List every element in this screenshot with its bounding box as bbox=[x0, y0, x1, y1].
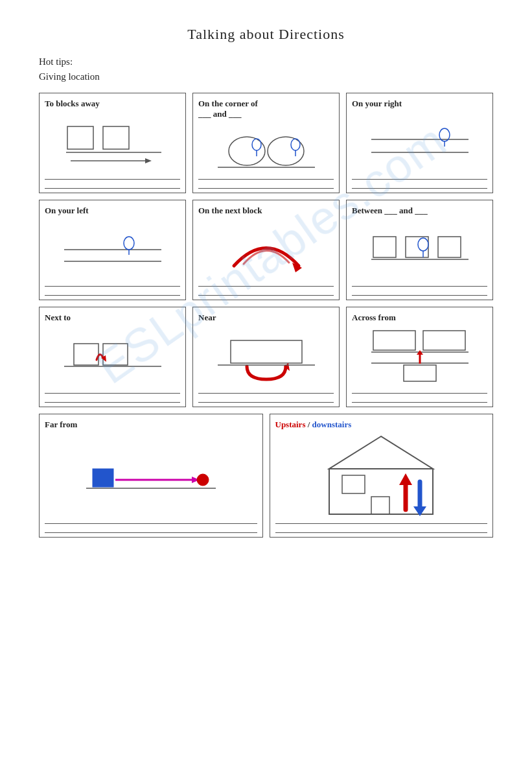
card-on-the-corner: On the corner of___ and ___ bbox=[192, 93, 340, 193]
card-on-your-left: On your left bbox=[39, 200, 186, 300]
bottom-grid: Far from Upstairs / downstairs bbox=[39, 414, 493, 538]
card-lines-between-and bbox=[352, 280, 487, 296]
card-lines-on-your-left bbox=[45, 280, 180, 296]
svg-point-9 bbox=[291, 139, 300, 150]
card-title-near: Near bbox=[198, 313, 334, 323]
card-upstairs-downstairs: Upstairs / downstairs bbox=[270, 414, 494, 538]
card-next-to: Next to bbox=[39, 307, 186, 407]
illustration-between-and bbox=[352, 219, 487, 280]
card-lines-upstairs-downstairs bbox=[275, 517, 488, 533]
card-lines-on-your-right bbox=[352, 173, 487, 189]
svg-rect-31 bbox=[231, 340, 302, 363]
card-lines-to-blocks-away bbox=[45, 173, 180, 189]
card-lines-across-from bbox=[352, 387, 487, 403]
card-title-next-to: Next to bbox=[45, 313, 180, 323]
svg-rect-48 bbox=[342, 475, 365, 493]
card-title-far-from: Far from bbox=[45, 420, 257, 430]
card-far-from: Far from bbox=[39, 414, 263, 538]
svg-marker-4 bbox=[145, 158, 152, 163]
illustration-to-blocks-away bbox=[45, 112, 180, 173]
illustration-far-from bbox=[45, 433, 257, 517]
card-between-and: Between ___ and ___ bbox=[346, 200, 493, 300]
illustration-across-from bbox=[352, 326, 487, 387]
card-lines-far-from bbox=[45, 517, 257, 533]
card-title-between-and: Between ___ and ___ bbox=[352, 206, 487, 216]
svg-rect-27 bbox=[74, 344, 98, 365]
hot-tips: Hot tips: Giving location bbox=[39, 54, 493, 84]
svg-point-25 bbox=[418, 238, 428, 251]
svg-rect-28 bbox=[103, 344, 128, 365]
svg-rect-23 bbox=[438, 237, 461, 257]
svg-point-7 bbox=[252, 139, 261, 150]
svg-marker-46 bbox=[329, 436, 433, 469]
card-across-from: Across from bbox=[346, 307, 493, 407]
svg-rect-35 bbox=[423, 331, 465, 350]
svg-rect-41 bbox=[93, 469, 113, 487]
title-slash: / bbox=[308, 420, 312, 429]
card-lines-on-the-corner bbox=[198, 173, 334, 189]
svg-point-6 bbox=[268, 137, 304, 165]
illustration-on-the-next-block bbox=[198, 219, 334, 280]
svg-point-5 bbox=[229, 137, 265, 165]
title-downstairs: downstairs bbox=[312, 420, 352, 429]
svg-point-18 bbox=[124, 237, 134, 250]
card-lines-near bbox=[198, 387, 334, 403]
page-title: Talking about Directions bbox=[39, 26, 493, 43]
illustration-on-your-left bbox=[45, 219, 180, 280]
card-to-blocks-away: To blocks away bbox=[39, 93, 186, 193]
svg-rect-49 bbox=[371, 497, 389, 514]
illustration-on-your-right bbox=[352, 112, 487, 173]
title-upstairs: Upstairs bbox=[275, 420, 306, 429]
svg-rect-1 bbox=[103, 126, 129, 149]
svg-rect-38 bbox=[404, 365, 436, 381]
illustration-next-to bbox=[45, 326, 180, 387]
svg-point-45 bbox=[197, 474, 209, 486]
illustration-on-the-corner bbox=[198, 123, 334, 173]
svg-rect-0 bbox=[67, 126, 93, 149]
card-title-on-the-corner: On the corner of___ and ___ bbox=[198, 99, 334, 119]
card-title-across-from: Across from bbox=[352, 313, 487, 323]
card-title-to-blocks-away: To blocks away bbox=[45, 99, 180, 109]
card-on-your-right: On your right bbox=[346, 93, 493, 193]
card-title-on-the-next-block: On the next block bbox=[198, 206, 334, 216]
card-title-upstairs-downstairs: Upstairs / downstairs bbox=[275, 420, 488, 430]
card-lines-on-the-next-block bbox=[198, 280, 334, 296]
card-near: Near bbox=[192, 307, 340, 407]
card-title-on-your-left: On your left bbox=[45, 206, 180, 216]
card-title-on-your-right: On your right bbox=[352, 99, 487, 109]
svg-rect-34 bbox=[373, 331, 415, 350]
svg-marker-51 bbox=[399, 473, 412, 485]
card-on-the-next-block: On the next block bbox=[192, 200, 340, 300]
svg-rect-22 bbox=[406, 237, 428, 257]
illustration-near bbox=[198, 326, 334, 387]
main-grid: To blocks away On the corner of___ and _… bbox=[39, 93, 493, 407]
illustration-upstairs-downstairs bbox=[275, 433, 488, 517]
svg-rect-21 bbox=[373, 237, 396, 257]
card-lines-next-to bbox=[45, 387, 180, 403]
